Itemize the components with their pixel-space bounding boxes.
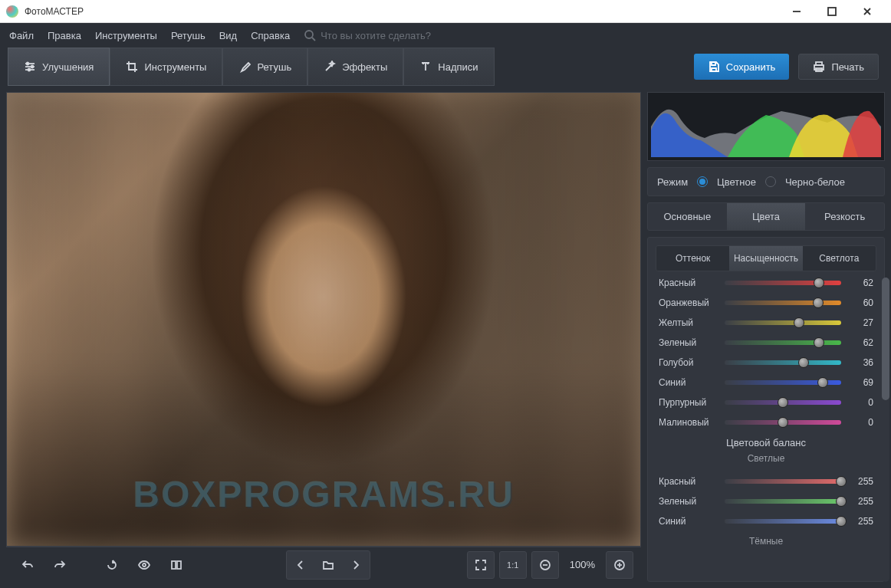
slider-thumb[interactable] xyxy=(794,317,804,328)
subtab-saturation[interactable]: Насыщенность xyxy=(729,246,802,271)
slider-track[interactable] xyxy=(725,380,841,385)
slider-value: 27 xyxy=(849,317,873,328)
maximize-button[interactable] xyxy=(814,0,850,23)
toolbar: Улучшения Инструменты Ретушь Эффекты Над… xyxy=(0,48,891,86)
window-titlebar: ФотоМАСТЕР xyxy=(0,0,891,23)
svg-point-10 xyxy=(31,66,34,68)
slider-track[interactable] xyxy=(725,499,841,504)
svg-point-11 xyxy=(28,69,31,71)
subtab-lightness[interactable]: Светлота xyxy=(803,246,876,271)
slider-value: 60 xyxy=(849,297,873,308)
next-image-button[interactable] xyxy=(344,553,368,577)
tab-enhance[interactable]: Улучшения xyxy=(8,48,110,86)
sliders-container: Оттенок Насыщенность Светлота Красный62О… xyxy=(647,237,885,582)
slider-thumb[interactable] xyxy=(778,397,788,408)
slider-track[interactable] xyxy=(725,420,841,425)
slider-track[interactable] xyxy=(725,360,841,365)
slider-label: Малиновый xyxy=(659,417,717,428)
mode-selector: Режим Цветное Черно-белое xyxy=(647,167,885,196)
svg-line-5 xyxy=(312,38,315,41)
slider-value: 62 xyxy=(849,278,873,288)
slider-thumb[interactable] xyxy=(798,357,809,368)
svg-point-15 xyxy=(143,563,146,567)
histogram[interactable] xyxy=(647,92,885,161)
print-button[interactable]: Печать xyxy=(798,54,879,80)
tab-sharpness[interactable]: Резкость xyxy=(805,203,884,230)
slider-thumb[interactable] xyxy=(836,496,847,507)
radio-bw[interactable] xyxy=(765,176,776,187)
svg-point-9 xyxy=(27,63,29,65)
slider-row: Красный255 xyxy=(659,476,873,487)
reset-button[interactable] xyxy=(98,551,126,579)
panel-scrollbar-thumb[interactable] xyxy=(882,278,889,400)
slider-thumb[interactable] xyxy=(836,476,847,487)
slider-track[interactable] xyxy=(725,519,841,524)
redo-button[interactable] xyxy=(46,551,74,579)
zoom-in-button[interactable] xyxy=(606,551,633,579)
search-placeholder: Что вы хотите сделать? xyxy=(321,30,431,41)
tab-retouch[interactable]: Ретушь xyxy=(222,48,307,86)
save-icon xyxy=(708,61,720,73)
menu-retouch[interactable]: Ретушь xyxy=(171,30,205,41)
slider-value: 62 xyxy=(849,337,873,348)
close-button[interactable] xyxy=(850,0,885,23)
menu-edit[interactable]: Правка xyxy=(48,30,81,41)
slider-track[interactable] xyxy=(725,320,841,325)
zoom-value: 100% xyxy=(564,559,601,570)
zoom-out-button[interactable] xyxy=(531,551,559,579)
slider-row: Синий69 xyxy=(659,377,873,388)
slider-value: 0 xyxy=(849,417,873,428)
slider-thumb[interactable] xyxy=(813,297,824,308)
open-folder-button[interactable] xyxy=(316,553,340,577)
app-icon xyxy=(6,5,18,18)
slider-thumb[interactable] xyxy=(814,278,824,288)
slider-row: Пурпурный0 xyxy=(659,397,873,408)
slider-row: Желтый27 xyxy=(659,317,873,328)
balance-title: Цветовой баланс xyxy=(648,437,884,448)
crop-icon xyxy=(126,61,138,73)
undo-button[interactable] xyxy=(14,551,41,579)
tab-tools[interactable]: Инструменты xyxy=(110,48,222,86)
compare-button[interactable] xyxy=(163,551,190,579)
prev-image-button[interactable] xyxy=(288,553,313,577)
tab-basic[interactable]: Основные xyxy=(648,203,727,230)
svg-rect-1 xyxy=(828,8,836,15)
menu-help[interactable]: Справка xyxy=(251,30,290,41)
slider-track[interactable] xyxy=(725,281,841,285)
slider-row: Оранжевый60 xyxy=(659,297,873,308)
save-button[interactable]: Сохранить xyxy=(694,54,790,80)
tab-text[interactable]: Надписи xyxy=(403,48,494,86)
slider-track[interactable] xyxy=(725,479,841,484)
preview-button[interactable] xyxy=(130,551,158,579)
panel-sub-tabs: Оттенок Насыщенность Светлота xyxy=(656,245,876,271)
bottom-toolbar: 1:1 100% xyxy=(6,547,641,582)
slider-label: Синий xyxy=(659,377,717,388)
panel-scrollbar[interactable] xyxy=(882,278,889,582)
slider-value: 0 xyxy=(849,397,873,408)
slider-label: Зеленый xyxy=(659,337,717,348)
slider-value: 69 xyxy=(849,377,873,388)
minimize-button[interactable] xyxy=(779,0,814,23)
slider-row: Зеленый255 xyxy=(659,496,873,507)
one-to-one-button[interactable]: 1:1 xyxy=(499,551,527,579)
menu-tools[interactable]: Инструменты xyxy=(95,30,157,41)
menu-file[interactable]: Файл xyxy=(9,30,34,41)
svg-rect-16 xyxy=(172,561,176,569)
slider-track[interactable] xyxy=(725,400,841,405)
tab-colors[interactable]: Цвета xyxy=(727,203,806,230)
slider-thumb[interactable] xyxy=(778,417,788,428)
slider-thumb[interactable] xyxy=(814,337,824,348)
slider-thumb[interactable] xyxy=(817,377,828,388)
menu-view[interactable]: Вид xyxy=(219,30,238,41)
slider-track[interactable] xyxy=(725,340,841,345)
slider-thumb[interactable] xyxy=(836,516,847,527)
subtab-hue[interactable]: Оттенок xyxy=(656,246,729,271)
slider-value: 36 xyxy=(849,357,873,368)
slider-track[interactable] xyxy=(725,301,841,305)
menu-search[interactable]: Что вы хотите сделать? xyxy=(304,29,431,41)
image-canvas[interactable]: BOXPROGRAMS.RU xyxy=(6,92,641,547)
tab-effects[interactable]: Эффекты xyxy=(307,48,403,86)
radio-color[interactable] xyxy=(697,176,708,187)
slider-label: Желтый xyxy=(659,317,717,328)
fit-screen-button[interactable] xyxy=(467,551,495,579)
